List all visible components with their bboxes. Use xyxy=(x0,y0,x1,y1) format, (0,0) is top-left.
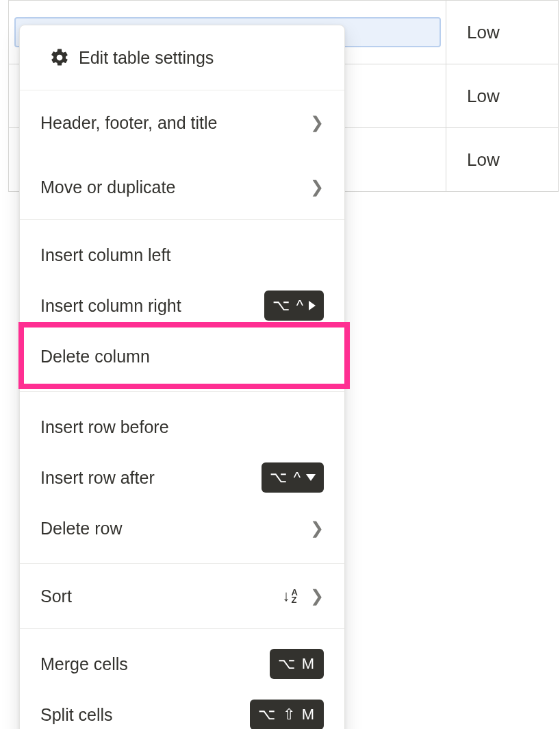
keyboard-shortcut: ⌥ ^ xyxy=(264,291,324,321)
shortcut-keys: ⌥ ^ xyxy=(272,298,305,313)
menu-item-edit-table-settings[interactable]: Edit table settings xyxy=(20,25,344,90)
menu-item-label: Merge cells xyxy=(40,654,270,674)
keyboard-shortcut: ⌥ ⇧ M xyxy=(250,700,324,729)
table-cell[interactable]: Low xyxy=(446,64,559,128)
chevron-right-icon: ❯ xyxy=(310,519,324,538)
menu-item-label: Insert column left xyxy=(40,245,324,265)
shortcut-keys: ⌥ ^ xyxy=(270,470,302,485)
menu-item-insert-row-after[interactable]: Insert row after ⌥ ^ xyxy=(20,452,344,503)
gear-icon xyxy=(40,47,79,68)
menu-item-label: Delete column xyxy=(40,347,324,367)
menu-item-label: Insert row after xyxy=(40,468,262,488)
menu-item-label: Delete row xyxy=(40,519,310,539)
menu-item-label: Header, footer, and title xyxy=(40,113,310,133)
menu-item-label: Insert column right xyxy=(40,296,264,316)
menu-item-label: Move or duplicate xyxy=(40,177,310,197)
menu-item-delete-column[interactable]: Delete column xyxy=(20,331,344,382)
menu-item-insert-row-before[interactable]: Insert row before xyxy=(20,401,344,452)
triangle-down-icon xyxy=(306,474,316,481)
menu-item-split-cells[interactable]: Split cells ⌥ ⇧ M xyxy=(20,689,344,729)
sort-az-icon: ↓ AZ xyxy=(283,587,298,605)
chevron-right-icon: ❯ xyxy=(310,586,324,606)
keyboard-shortcut: ⌥ ^ xyxy=(262,462,324,493)
table-cell[interactable]: Low xyxy=(446,128,559,192)
menu-item-merge-cells[interactable]: Merge cells ⌥ M xyxy=(20,639,344,689)
table-context-menu: Edit table settings Header, footer, and … xyxy=(19,25,345,729)
menu-item-label: Split cells xyxy=(40,705,250,725)
menu-item-move-or-duplicate[interactable]: Move or duplicate ❯ xyxy=(20,155,344,219)
menu-item-header-footer-title[interactable]: Header, footer, and title ❯ xyxy=(20,90,344,155)
table-cell[interactable]: Low xyxy=(446,1,559,64)
menu-item-label: Edit table settings xyxy=(79,48,324,68)
menu-item-label: Sort xyxy=(40,586,283,606)
triangle-right-icon xyxy=(309,301,316,310)
chevron-right-icon: ❯ xyxy=(310,177,324,197)
keyboard-shortcut: ⌥ M xyxy=(270,649,324,679)
menu-item-insert-column-right[interactable]: Insert column right ⌥ ^ xyxy=(20,280,344,331)
menu-item-sort[interactable]: Sort ↓ AZ ❯ xyxy=(20,564,344,628)
menu-item-label: Insert row before xyxy=(40,417,324,437)
menu-item-insert-column-left[interactable]: Insert column left xyxy=(20,230,344,280)
menu-item-delete-row[interactable]: Delete row ❯ xyxy=(20,503,344,554)
chevron-right-icon: ❯ xyxy=(310,113,324,132)
